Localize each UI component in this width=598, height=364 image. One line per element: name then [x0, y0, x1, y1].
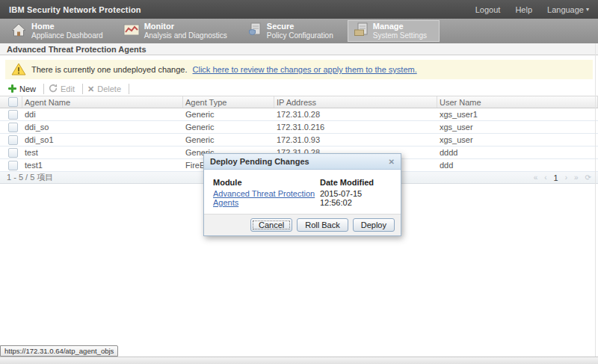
row-checkbox-cell	[0, 148, 22, 158]
top-links: Logout Help Language ▾	[475, 5, 589, 14]
table-row[interactable]: ddi_so1Generic172.31.0.93xgs_user	[0, 134, 598, 146]
cell-ip-address: 172.31.0.216	[274, 123, 437, 132]
row-checkbox[interactable]	[8, 161, 18, 170]
table-row[interactable]: ddi_soGeneric172.31.0.216xgs_user	[0, 121, 598, 134]
new-button[interactable]: New	[7, 84, 40, 94]
app-title: IBM Security Network Protection	[9, 5, 141, 14]
column-header-user-name: User Name	[437, 96, 598, 108]
cell-agent-type: Generic	[183, 135, 274, 144]
edit-button[interactable]: Edit	[47, 84, 79, 94]
dialog-title-bar[interactable]: Deploy Pending Changes ✕	[204, 154, 401, 170]
row-checkbox-cell	[0, 123, 22, 132]
pagination-summary: 1 - 5 / 5 项目	[7, 172, 53, 183]
prev-page-icon[interactable]: ‹	[544, 173, 546, 182]
warning-text: There is currently one undeployed change…	[31, 65, 188, 74]
language-menu[interactable]: Language ▾	[547, 5, 589, 14]
dialog-footer: Cancel Roll Back Deploy	[204, 214, 401, 235]
first-page-icon[interactable]: «	[534, 173, 538, 182]
refresh-icon[interactable]: ⟳	[585, 173, 591, 182]
current-page-number: 1	[554, 173, 558, 182]
cell-user-name: xgs_user	[437, 123, 598, 132]
column-header-agent-name: Agent Name	[22, 96, 183, 108]
next-page-icon[interactable]: ›	[565, 173, 567, 182]
date-column: Date Modified 2015-07-15 12:56:02	[320, 178, 392, 207]
tab-title: Home	[31, 22, 103, 31]
edit-icon	[49, 84, 58, 94]
app-window: IBM Security Network Protection Logout H…	[0, 0, 598, 364]
cell-agent-name: ddi	[22, 110, 183, 119]
agents-toolbar: New Edit ✕ Delete	[0, 82, 598, 96]
cell-ip-address: 172.31.0.93	[274, 135, 437, 144]
help-link[interactable]: Help	[515, 5, 532, 14]
logout-link[interactable]: Logout	[475, 5, 501, 14]
delete-icon: ✕	[87, 85, 94, 93]
agents-table-header: Agent Name Agent Type IP Address User Na…	[0, 96, 598, 108]
cell-agent-name: ddi_so	[22, 123, 183, 132]
page-title: Advanced Threat Protection Agents	[0, 43, 598, 55]
deploy-pending-changes-dialog: Deploy Pending Changes ✕ Module Advanced…	[203, 153, 401, 236]
cell-agent-name: test	[22, 148, 183, 157]
pager-controls: « ‹ 1 › » ⟳	[534, 173, 591, 182]
monitor-icon	[123, 23, 140, 40]
bottom-strip	[0, 357, 598, 364]
secure-icon	[247, 22, 262, 40]
top-bar: IBM Security Network Protection Logout H…	[0, 0, 598, 19]
delete-button[interactable]: ✕ Delete	[86, 84, 126, 93]
review-changes-link[interactable]: Click here to review the changes or appl…	[193, 65, 417, 74]
tab-subtitle: Appliance Dashboard	[31, 31, 103, 40]
row-checkbox-cell	[0, 161, 22, 170]
warning-icon	[11, 63, 26, 77]
tab-subtitle: System Settings	[373, 31, 427, 40]
deploy-button[interactable]: Deploy	[353, 218, 395, 232]
last-page-icon[interactable]: »	[574, 173, 579, 182]
row-checkbox[interactable]	[8, 123, 18, 132]
delete-label: Delete	[97, 84, 121, 93]
status-url-tooltip: https://172.31.0.64/atp_agent_objs	[0, 345, 118, 357]
toolbar-separator	[82, 84, 83, 94]
tab-manage[interactable]: Manage System Settings	[348, 20, 440, 42]
row-checkbox[interactable]	[8, 110, 18, 120]
edit-label: Edit	[61, 84, 75, 93]
main-nav: Home Appliance Dashboard Monitor Analysi…	[0, 19, 598, 43]
tab-monitor[interactable]: Monitor Analysis and Diagnostics	[117, 20, 240, 42]
cancel-button[interactable]: Cancel	[250, 218, 292, 232]
plus-icon	[8, 84, 16, 94]
home-icon	[10, 22, 27, 40]
tab-subtitle: Policy Configuration	[267, 31, 333, 40]
toolbar-separator	[129, 84, 129, 94]
cell-agent-name: ddi_so1	[22, 135, 183, 144]
cell-user-name: ddd	[437, 161, 598, 170]
column-header-agent-type: Agent Type	[183, 96, 274, 108]
column-header-ip-address: IP Address	[274, 96, 437, 108]
chevron-down-icon: ▾	[586, 6, 589, 13]
cell-user-name: xgs_user	[437, 135, 598, 144]
row-checkbox-cell	[0, 135, 22, 145]
header-cell-checkbox	[0, 96, 22, 108]
table-row[interactable]: ddiGeneric172.31.0.28xgs_user1	[0, 108, 598, 121]
dialog-body: Module Advanced Threat Protection Agents…	[204, 170, 401, 214]
module-label: Module	[213, 178, 320, 187]
tab-home[interactable]: Home Appliance Dashboard	[4, 20, 116, 42]
tab-title: Manage	[373, 22, 427, 31]
module-link[interactable]: Advanced Threat Protection Agents	[213, 189, 320, 207]
language-label: Language	[547, 5, 584, 14]
close-icon[interactable]: ✕	[389, 158, 395, 166]
roll-back-button[interactable]: Roll Back	[297, 218, 348, 232]
row-checkbox[interactable]	[8, 135, 18, 145]
module-column: Module Advanced Threat Protection Agents	[213, 178, 320, 207]
help-label: Help	[515, 5, 532, 14]
content-right-border	[595, 43, 596, 357]
tab-secure[interactable]: Secure Policy Configuration	[241, 20, 346, 42]
undeployed-changes-warning: There is currently one undeployed change…	[5, 60, 593, 79]
date-modified-value: 2015-07-15 12:56:02	[320, 189, 392, 207]
row-checkbox[interactable]	[8, 148, 18, 158]
cell-agent-type: Generic	[183, 110, 274, 119]
row-checkbox-cell	[0, 110, 22, 120]
cell-agent-name: test1	[22, 161, 183, 170]
cell-ip-address: 172.31.0.28	[274, 110, 437, 119]
new-label: New	[19, 84, 36, 93]
select-all-checkbox[interactable]	[8, 97, 18, 107]
date-modified-label: Date Modified	[320, 178, 392, 187]
tab-title: Monitor	[144, 22, 227, 31]
tab-title: Secure	[267, 22, 333, 31]
